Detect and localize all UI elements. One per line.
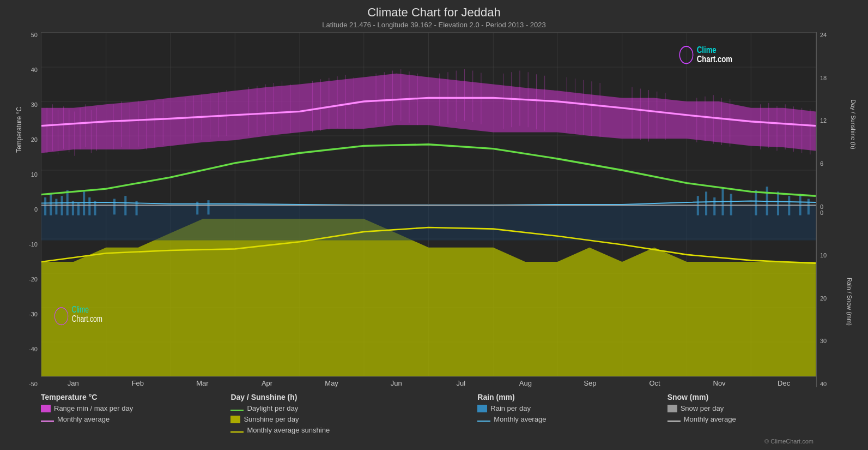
sunshine-swatch [230, 416, 240, 423]
y-tick-50: 50 [31, 32, 38, 38]
svg-rect-126 [799, 194, 802, 215]
x-month-aug: Aug [493, 379, 558, 387]
y-tick-n40: -40 [29, 346, 38, 352]
chart-title: Climate Chart for Jeddah [11, 5, 857, 20]
svg-text:Chart.com: Chart.com [697, 53, 732, 64]
x-month-jun: Jun [364, 379, 429, 387]
x-month-sep: Sep [558, 379, 623, 387]
snow-swatch [667, 405, 677, 412]
svg-rect-122 [755, 190, 757, 215]
y-axis-label-right-top: Day / Sunshine (h) [849, 99, 856, 149]
x-month-apr: Apr [235, 379, 300, 387]
page-container: Climate Chart for Jeddah Latitude 21.476… [0, 0, 868, 450]
y-axis-left: Temperature °C 50 40 30 20 10 0 -10 -20 … [11, 32, 41, 387]
legend-snow-avg-label: Monthly average [684, 415, 736, 423]
x-month-jan: Jan [41, 379, 106, 387]
chart-header: Climate Chart for Jeddah Latitude 21.476… [11, 5, 857, 29]
x-axis: Jan Feb Mar Apr May Jun Jul Aug Sep Oct … [41, 377, 816, 387]
legend-temperature: Temperature °C Range min / max per day M… [41, 393, 230, 437]
legend-sun-avg: Monthly average sunshine [230, 426, 477, 434]
svg-rect-119 [713, 197, 715, 215]
legend-temp-avg: Monthly average [41, 415, 230, 423]
y-tick-r-6: 6 [820, 161, 823, 167]
legend-area: Temperature °C Range min / max per day M… [11, 393, 857, 437]
legend-temp-avg-label: Monthly average [57, 415, 110, 423]
legend-snow-title: Snow (mm) [667, 393, 857, 401]
svg-rect-112 [113, 199, 116, 215]
x-month-oct: Oct [622, 379, 687, 387]
y-tick-r-rain20: 20 [820, 296, 827, 302]
y-axis-label-right-bottom: Rain / Snow (mm) [846, 278, 853, 326]
chart-main: Clime Chart.com Clime Chart.com [41, 32, 816, 377]
legend-snow-swatch-label: Snow per day [681, 404, 724, 412]
y-tick-30: 30 [31, 102, 38, 108]
svg-rect-102 [44, 197, 46, 215]
y-tick-r-24: 24 [820, 32, 827, 38]
y-tick-n10: -10 [29, 242, 38, 248]
chart-column: Clime Chart.com Clime Chart.com Jan [41, 32, 816, 387]
svg-text:Chart.com: Chart.com [72, 314, 102, 324]
legend-sun-avg-label: Monthly average sunshine [247, 426, 330, 434]
legend-rain-swatch: Rain per day [477, 404, 667, 412]
y-tick-r-rain10: 10 [820, 253, 827, 259]
y-axis-right: 24 18 12 6 0 0 10 20 30 40 Day / Sunshin… [816, 32, 857, 387]
chart-subtitle: Latitude 21.476 - Longitude 39.162 - Ele… [11, 21, 857, 29]
y-tick-r-rain0: 0 [820, 210, 823, 216]
y-axis-left-label: Temperature °C [15, 97, 23, 163]
y-tick-n30: -30 [29, 311, 38, 317]
chart-area: Temperature °C 50 40 30 20 10 0 -10 -20 … [11, 32, 857, 387]
svg-rect-124 [777, 191, 779, 215]
legend-rain-avg-label: Monthly average [494, 415, 546, 423]
legend-sun-title: Day / Sunshine (h) [230, 393, 477, 401]
svg-rect-116 [208, 200, 210, 214]
sun-avg-line [230, 431, 244, 433]
svg-rect-111 [94, 201, 96, 215]
svg-rect-121 [730, 194, 732, 215]
temp-avg-line [41, 421, 54, 422]
legend-snow-swatch: Snow per day [667, 404, 857, 412]
x-month-dec: Dec [751, 379, 816, 387]
legend-sunshine: Day / Sunshine (h) Daylight per day Suns… [230, 393, 477, 437]
x-month-mar: Mar [170, 379, 235, 387]
legend-rain-swatch-label: Rain per day [490, 404, 531, 412]
x-month-feb: Feb [106, 379, 171, 387]
svg-rect-109 [83, 191, 85, 215]
y-tick-r-18: 18 [820, 75, 827, 81]
legend-sun-swatch: Sunshine per day [230, 415, 477, 423]
svg-rect-103 [50, 194, 52, 215]
snow-avg-line [667, 421, 681, 422]
x-month-may: May [299, 379, 364, 387]
x-month-nov: Nov [687, 379, 752, 387]
legend-rain-title: Rain (mm) [477, 393, 667, 401]
legend-daylight-label: Daylight per day [247, 404, 298, 412]
legend-snow: Snow (mm) Snow per day Monthly average [667, 393, 857, 437]
legend-daylight: Daylight per day [230, 404, 477, 412]
y-tick-20: 20 [31, 137, 38, 143]
y-tick-0: 0 [34, 207, 38, 213]
y-tick-n20: -20 [29, 277, 38, 283]
daylight-line [230, 410, 244, 411]
svg-rect-110 [88, 197, 90, 215]
rain-avg-line [477, 421, 490, 422]
legend-snow-avg: Monthly average [667, 415, 857, 423]
legend-temp-title: Temperature °C [41, 393, 230, 401]
svg-rect-127 [808, 199, 810, 215]
svg-text:Clime: Clime [72, 305, 89, 315]
chart-svg: Clime Chart.com Clime Chart.com [41, 33, 816, 376]
svg-rect-104 [55, 199, 57, 215]
legend-sun-swatch-label: Sunshine per day [244, 415, 299, 423]
y-tick-r-0: 0 [820, 204, 823, 210]
y-tick-40: 40 [31, 67, 38, 73]
y-tick-r-rain30: 30 [820, 338, 827, 344]
svg-rect-101 [41, 205, 816, 241]
svg-rect-118 [705, 191, 707, 215]
legend-temp-range-label: Range min / max per day [54, 404, 133, 412]
copyright: © ClimeChart.com [11, 438, 857, 445]
y-tick-r-rain40: 40 [820, 381, 827, 387]
legend-rain-avg: Monthly average [477, 415, 667, 423]
y-tick-10: 10 [31, 172, 38, 178]
y-tick-n50: -50 [29, 381, 38, 387]
y-tick-r-12: 12 [820, 118, 827, 124]
legend-temp-range: Range min / max per day [41, 404, 230, 412]
legend-rain: Rain (mm) Rain per day Monthly average [477, 393, 667, 437]
